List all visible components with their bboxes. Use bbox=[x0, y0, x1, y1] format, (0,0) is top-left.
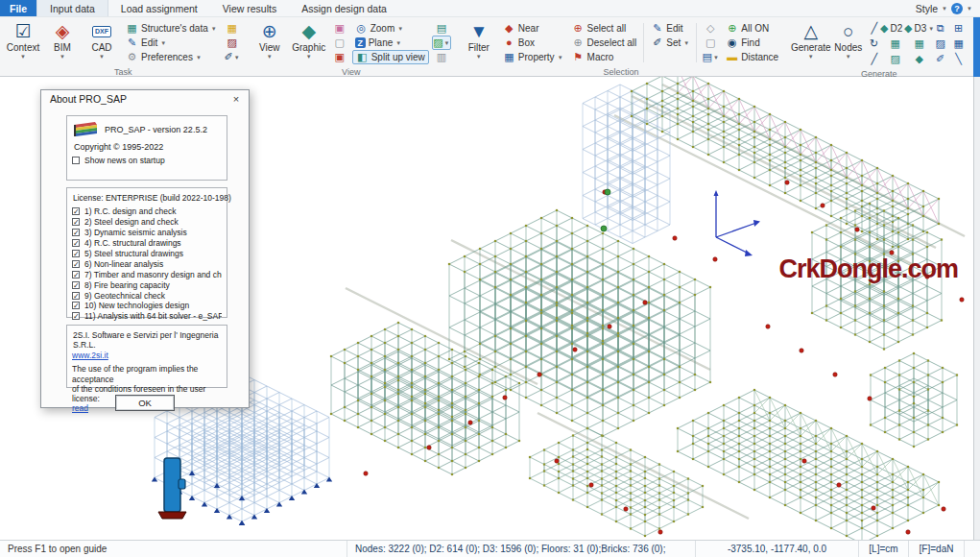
edit-task-button[interactable]: ✎ Edit bbox=[123, 36, 220, 50]
generate-tool-button[interactable]: ✐ bbox=[932, 52, 948, 66]
license-feature-row[interactable]: ✓10) New technologies design bbox=[72, 301, 222, 311]
chevron-down-icon[interactable] bbox=[942, 6, 947, 12]
news-checkbox-row[interactable]: Show news on startup bbox=[72, 156, 222, 166]
split-up-view-button[interactable]: ◧ Split up view bbox=[352, 50, 429, 64]
generate-button[interactable]: △ Generate bbox=[790, 19, 831, 68]
feature-checkbox-checked[interactable]: ✓ bbox=[72, 312, 80, 320]
menu-tab-load-assignment[interactable]: Load assignment bbox=[108, 0, 210, 16]
license-feature-row[interactable]: ✓4) R.C. structural drawings bbox=[72, 238, 222, 249]
view-button[interactable]: ⊕ View bbox=[251, 19, 289, 66]
chevron-down-icon[interactable] bbox=[967, 6, 972, 12]
bim-button[interactable]: ◈ BIM bbox=[43, 19, 82, 66]
structures-data-button[interactable]: ▦ Structure's data bbox=[123, 21, 220, 36]
close-icon[interactable]: × bbox=[229, 93, 243, 105]
ok-button[interactable]: OK bbox=[115, 395, 175, 411]
plane-icon: Z bbox=[355, 37, 366, 48]
generate-tool-button[interactable]: ◆D2 bbox=[884, 21, 906, 36]
cube-outline-button[interactable]: ▢ bbox=[330, 36, 349, 50]
image-button[interactable]: ▥ bbox=[432, 50, 451, 64]
license-feature-row[interactable]: ✓1) R.C. design and check bbox=[72, 206, 222, 217]
generate-tool-button[interactable]: ▨ bbox=[884, 52, 906, 66]
cube-red-button[interactable]: ▣ bbox=[330, 50, 349, 64]
filter-button[interactable]: ▼ Filter bbox=[460, 19, 498, 66]
cube-pink-button[interactable]: ▣ bbox=[330, 21, 349, 36]
generate-tool-icon: ⊞ bbox=[954, 22, 963, 35]
feature-checkbox-checked[interactable]: ✓ bbox=[72, 229, 80, 236]
menu-tab-input-data[interactable]: Input data bbox=[36, 0, 108, 16]
feature-checkbox-checked[interactable]: ✓ bbox=[72, 302, 80, 309]
solid-select-button[interactable]: ◇ bbox=[701, 21, 720, 36]
feature-checkbox-checked[interactable]: ✓ bbox=[72, 271, 80, 278]
license-feature-row[interactable]: ✓5) Steel structural drawings bbox=[72, 249, 222, 259]
style-menu[interactable]: Style bbox=[916, 3, 938, 14]
feature-checkbox-checked[interactable]: ✓ bbox=[72, 218, 80, 226]
deselect-all-button[interactable]: ⊕ Deselect all bbox=[569, 36, 640, 50]
set-button[interactable]: ✐ Set bbox=[648, 36, 692, 50]
menu-tab-assign-design-data[interactable]: Assign design data bbox=[289, 0, 399, 16]
feature-checkbox-checked[interactable]: ✓ bbox=[72, 239, 80, 247]
cad-button[interactable]: DXF CAD bbox=[83, 19, 121, 66]
generate-tool-button[interactable]: ▨ bbox=[932, 36, 948, 51]
select-all-button[interactable]: ⊕ Select all bbox=[569, 21, 640, 36]
context-button[interactable]: ☑ Context bbox=[4, 19, 42, 66]
plane-button[interactable]: Z Plane bbox=[352, 36, 429, 50]
wand-button[interactable]: ✐ bbox=[223, 50, 242, 64]
menu-tab-view-results[interactable]: View results bbox=[210, 0, 289, 16]
ribbon-group-generate: △ Generate ○ Nodes ╱↻╱◆D2▦▨◆D3▦◆⧉▨✐⊞▦╲ G… bbox=[788, 18, 969, 76]
near-label: Near bbox=[518, 23, 539, 34]
generate-tool-button[interactable]: ╲ bbox=[950, 52, 967, 66]
property-button[interactable]: ▦ Property bbox=[500, 50, 566, 64]
edit-selection-button[interactable]: ✎ Edit bbox=[648, 21, 692, 36]
generate-tool-button[interactable]: ↻ bbox=[866, 36, 882, 51]
generate-tool-button[interactable]: ▦ bbox=[950, 36, 967, 51]
generate-tool-button[interactable]: ◆D3 bbox=[908, 21, 930, 36]
help-icon[interactable]: ? bbox=[951, 3, 963, 14]
nodes-button[interactable]: ○ Nodes bbox=[832, 19, 864, 68]
feature-checkbox-checked[interactable]: ✓ bbox=[72, 260, 80, 268]
generate-tool-button[interactable]: ⊞ bbox=[950, 21, 967, 36]
license-feature-row[interactable]: ✓8) Fire bearing capacity bbox=[72, 279, 222, 290]
feature-checkbox-checked[interactable]: ✓ bbox=[72, 281, 80, 289]
news-checkbox[interactable] bbox=[72, 157, 80, 164]
chevron-down-icon bbox=[846, 54, 851, 60]
macro-button[interactable]: ⚑ Macro bbox=[569, 50, 640, 64]
website-link[interactable]: www.2si.it bbox=[72, 351, 222, 360]
box-button[interactable]: ● Box bbox=[500, 36, 566, 50]
feature-checkbox-checked[interactable]: ✓ bbox=[72, 207, 80, 215]
generate-tool-button[interactable]: ▦ bbox=[908, 36, 930, 51]
edit-selection-label: Edit bbox=[666, 23, 682, 34]
canvas-edge-panel[interactable] bbox=[973, 77, 980, 540]
generate-tool-button[interactable]: ◆ bbox=[908, 52, 930, 66]
feature-checkbox-checked[interactable]: ✓ bbox=[72, 292, 80, 300]
near-button[interactable]: ◆ Near bbox=[500, 21, 566, 36]
license-feature-row[interactable]: ✓2) Steel design and check bbox=[72, 217, 222, 228]
scene-button[interactable]: ▨ bbox=[432, 36, 451, 50]
layers-button[interactable]: ▤ bbox=[432, 21, 451, 36]
license-feature-row[interactable]: ✓9) Geotechnical check bbox=[72, 290, 222, 301]
solid-outline-button[interactable]: ▢ bbox=[701, 36, 720, 50]
calculator-button[interactable]: ▦ bbox=[223, 21, 242, 36]
generate-tool-button[interactable]: ▦ bbox=[884, 36, 906, 51]
menu-tab-file[interactable]: File bbox=[0, 0, 36, 16]
graphic-button[interactable]: ◆ Graphic bbox=[290, 19, 328, 66]
generate-tool-button[interactable]: ⧉ bbox=[932, 21, 948, 36]
generate-tool-icon: ▦ bbox=[891, 37, 900, 50]
palette-button[interactable]: ▨ bbox=[223, 36, 242, 50]
feature-label: 7) Timber and masonry design and check bbox=[84, 270, 222, 279]
dialog-title-bar[interactable]: About PRO_SAP × bbox=[41, 90, 249, 107]
feature-checkbox-checked[interactable]: ✓ bbox=[72, 250, 80, 257]
license-feature-row[interactable]: ✓7) Timber and masonry design and check bbox=[72, 269, 222, 279]
all-on-button[interactable]: ⊕ All ON bbox=[723, 21, 781, 36]
generate-tool-button[interactable]: ╱ bbox=[866, 52, 882, 66]
monitor-select-button[interactable]: ▤ bbox=[701, 50, 720, 64]
nodes-label: Nodes bbox=[834, 42, 862, 53]
bim-icon: ◈ bbox=[56, 21, 70, 42]
find-button[interactable]: ◉ Find bbox=[723, 36, 781, 50]
zoom-button[interactable]: ◎ Zoom bbox=[352, 21, 429, 36]
feature-label: 11) Analysis with 64 bit solver - e_SAPx… bbox=[84, 311, 222, 321]
license-feature-row[interactable]: ✓6) Non-linear analysis bbox=[72, 258, 222, 269]
preferences-button[interactable]: ⚙ Preferences bbox=[123, 50, 220, 64]
license-feature-row[interactable]: ✓11) Analysis with 64 bit solver - e_SAP… bbox=[72, 311, 222, 322]
distance-button[interactable]: ▬ Distance bbox=[723, 50, 781, 64]
license-feature-row[interactable]: ✓3) Dynamic seismic analysis bbox=[72, 228, 222, 238]
